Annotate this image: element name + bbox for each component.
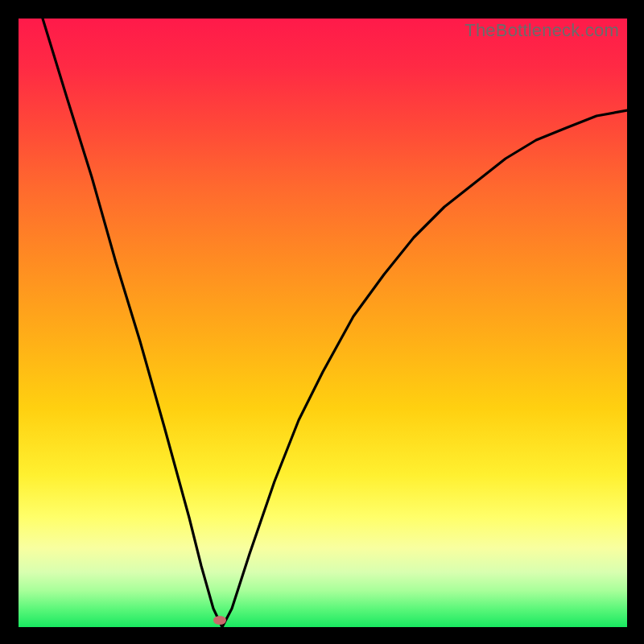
watermark-text: TheBottleneck.com <box>464 20 619 41</box>
chart-frame: TheBottleneck.com <box>0 0 644 644</box>
optimal-marker <box>213 616 226 625</box>
curve-path <box>43 19 627 627</box>
bottleneck-curve <box>19 19 627 627</box>
plot-area: TheBottleneck.com <box>19 19 627 627</box>
